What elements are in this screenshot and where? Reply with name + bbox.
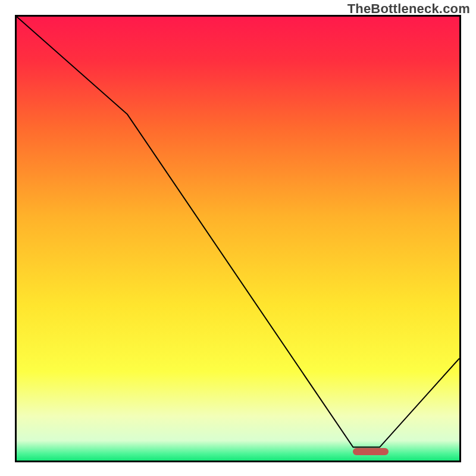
plot-area	[15, 15, 461, 462]
optimal-marker	[353, 448, 389, 455]
chart-frame: TheBottleneck.com	[0, 0, 476, 476]
svg-rect-0	[17, 17, 459, 461]
background-gradient	[17, 17, 459, 461]
